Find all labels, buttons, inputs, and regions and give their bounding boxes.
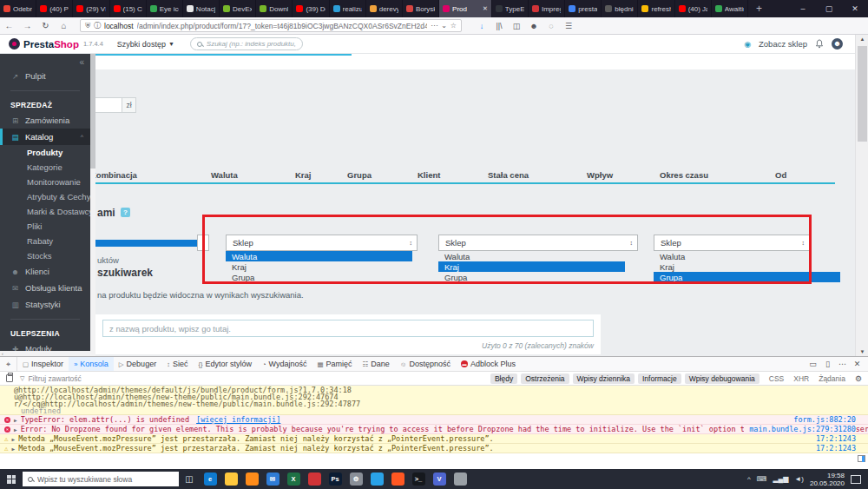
taskbar-search[interactable] [23, 472, 179, 486]
tab-close-icon[interactable]: ✕ [483, 5, 488, 12]
profile-avatar[interactable]: ☻ [832, 38, 843, 50]
expand-caret-icon[interactable]: ▶ [14, 417, 17, 423]
browser-tab[interactable]: TypeEm [492, 0, 529, 17]
browser-tab[interactable]: (15) C# [110, 0, 147, 17]
sidebar-item-obsługa-klienta[interactable]: ✉Obsługa klienta [0, 280, 90, 296]
devtools-tab-pamięć[interactable]: ▦Pamięć [312, 357, 357, 371]
browser-tab[interactable]: (40) Jak [675, 0, 712, 17]
taskbar-app-vscode[interactable] [366, 469, 387, 489]
info-icon[interactable]: ⓘ [94, 21, 101, 30]
expand-caret-icon[interactable]: ▶ [12, 446, 16, 452]
source-link[interactable]: main.bundle.js:279:31280 [744, 425, 856, 433]
shop-select[interactable]: Sklep↕ [226, 235, 418, 251]
sidebars-icon[interactable]: ◫ [509, 22, 524, 30]
bookmark-star-icon[interactable]: ☆ [450, 22, 457, 30]
sidebar-item-statystyki[interactable]: ▥Statystyki [0, 296, 90, 313]
type-filter-żądania[interactable]: Żądania [819, 374, 845, 383]
select-option-kraj[interactable]: Kraj [438, 261, 625, 272]
taskbar-app-firefox[interactable] [241, 469, 262, 489]
scroll-up-icon[interactable]: ▲ [856, 36, 868, 42]
browser-tab[interactable]: Impreg [529, 0, 565, 17]
browser-tab[interactable]: refresh [638, 0, 674, 17]
devtools-tab-wydajność[interactable]: ◔Wydajność [257, 357, 312, 371]
reload-icon[interactable]: ↻ [36, 21, 55, 30]
bell-icon[interactable] [815, 39, 824, 49]
select-option-kraj[interactable]: Kraj [654, 261, 810, 272]
forward-icon[interactable]: → [18, 21, 36, 30]
browser-tab[interactable]: (29) VB [73, 0, 109, 17]
filter-pill-błędy[interactable]: Błędy [490, 373, 517, 384]
devtools-close-icon[interactable]: ✕ [850, 360, 865, 368]
task-view-icon[interactable]: ◫ [179, 474, 200, 484]
console-filter-input[interactable] [28, 374, 487, 383]
split-console-icon[interactable] [858, 455, 865, 462]
browser-tab[interactable]: Odebra [0, 0, 36, 17]
devtools-tab-konsola[interactable]: »Konsola [69, 357, 114, 371]
scrollbar-thumb[interactable] [858, 46, 867, 142]
keyboard-icon[interactable]: ⌨ [757, 475, 767, 483]
network-icon[interactable]: ▂▄▆ [773, 475, 788, 483]
sidebar-subitem-marki-dostawcy[interactable]: Marki & Dostawcy [0, 204, 90, 219]
more-icon[interactable]: ⋯ [431, 22, 437, 30]
library-icon[interactable]: ||\ [491, 22, 507, 30]
shop-select-partial[interactable]: ↕ [197, 235, 209, 251]
type-filter-xhr[interactable]: XHR [793, 374, 809, 383]
sidebar-subitem-atrybuty-cechy[interactable]: Atrybuty & Cechy [0, 189, 90, 204]
pocket-icon[interactable]: ⌄ [441, 22, 447, 30]
sidebar-subitem-kategorie[interactable]: Kategorie [0, 160, 90, 175]
window-maximize-button[interactable]: ▢ [816, 0, 842, 17]
taskbar-app-excel[interactable]: X [283, 469, 304, 489]
downloads-icon[interactable]: ↓ [474, 22, 490, 30]
sidebar-collapse-icon[interactable]: « [79, 57, 84, 67]
quick-access-button[interactable]: Szybki dostęp [117, 40, 166, 49]
select-option-kraj[interactable]: Kraj [226, 261, 418, 272]
sidebar-subitem-stocks[interactable]: Stocks [0, 248, 90, 263]
page-scrollbar[interactable]: ▲ ▼ [855, 35, 868, 356]
expand-caret-icon[interactable]: ▶ [12, 436, 16, 442]
devtools-tab-sieć[interactable]: ↕Sieć [161, 357, 193, 371]
browser-tab[interactable]: błędnie [602, 0, 638, 17]
scroll-down-icon[interactable]: ▼ [856, 349, 868, 354]
browser-tab[interactable]: (39) De [293, 0, 329, 17]
sidebar-subitem-rabaty[interactable]: Rabaty [0, 234, 90, 248]
meatball-menu-icon[interactable]: ⋯ [835, 360, 850, 368]
filter-pill-wpisy-dziennika[interactable]: Wpisy dziennika [573, 373, 635, 384]
browser-tab[interactable]: (40) P1 [36, 0, 73, 17]
devtools-tab-edytor-stylów[interactable]: {}Edytor stylów [193, 357, 257, 371]
gear-icon[interactable]: ⚙ [855, 374, 862, 383]
volume-icon[interactable]: ◄) [794, 475, 804, 483]
sidebar-horizontal-scrollbar[interactable]: ‹ [0, 351, 95, 356]
browser-tab[interactable]: realizu [330, 0, 366, 17]
select-option-grupa[interactable]: Grupa [226, 272, 418, 282]
help-icon[interactable]: ? [121, 208, 130, 217]
back-icon[interactable]: ← [0, 21, 18, 30]
browser-tab[interactable]: Prod✕ [439, 0, 492, 17]
browser-tab[interactable]: Downlo [256, 0, 293, 17]
browser-tab[interactable]: derevy [366, 0, 403, 17]
window-close-button[interactable]: ✕ [842, 0, 868, 17]
taskbar-app-gimp[interactable] [450, 469, 470, 489]
filter-pill-wpisy-debugowania[interactable]: Wpisy debugowania [685, 373, 760, 384]
taskbar-clock[interactable]: 19:58 20.05.2020 [810, 472, 845, 487]
shop-select[interactable]: Sklep↕ [438, 235, 638, 251]
account-icon[interactable]: ☻ [526, 22, 542, 30]
devtools-tab-dostępność[interactable]: ☺Dostępność [395, 357, 456, 371]
taskbar-app-app-red[interactable] [304, 469, 325, 489]
admin-search-bar[interactable]: Szukaj (np.: indeks produktu, nazwa klie [190, 37, 303, 50]
source-link[interactable]: form.js:882:20 [788, 415, 856, 424]
expand-caret-icon[interactable]: ▶ [14, 426, 17, 433]
taskbar-app-settings[interactable]: ⚙ [345, 469, 366, 489]
select-option-grupa[interactable]: Grupa [654, 272, 840, 282]
taskbar-app-firefox-dev[interactable] [387, 469, 408, 489]
menu-icon[interactable]: ☰ [561, 22, 576, 30]
browser-tab[interactable]: Eye ico [147, 0, 183, 17]
sidebar-subitem-pliki[interactable]: Pliki [0, 219, 90, 234]
taskbar-app-explorer[interactable] [220, 469, 241, 489]
browser-tab[interactable]: Boryski [403, 0, 439, 17]
scrollbar-thumb[interactable] [90, 54, 95, 169]
url-bar[interactable]: ⛨ ⓘ localhost /admin/index.php/product/f… [80, 19, 462, 32]
clear-console-icon[interactable] [6, 374, 13, 382]
sidebar-subitem-monitorowanie[interactable]: Monitorowanie [0, 175, 90, 189]
filter-pill-informacje[interactable]: Informacje [638, 373, 681, 384]
view-shop-link[interactable]: Zobacz sklep [759, 39, 807, 49]
